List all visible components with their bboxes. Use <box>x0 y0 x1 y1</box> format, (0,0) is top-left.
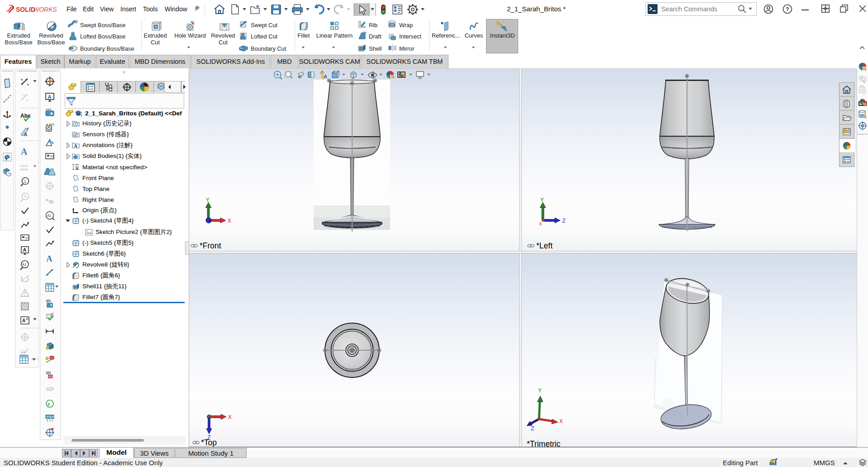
svg-text:?: ? <box>786 6 789 13</box>
svg-text:*Left: *Left <box>536 241 553 250</box>
svg-text:e: e <box>48 401 50 407</box>
svg-text:03: 03 <box>25 236 29 239</box>
svg-text:STEP: STEP <box>46 415 54 419</box>
svg-text:Z: Z <box>531 425 534 432</box>
svg-text:Y: Y <box>206 197 210 204</box>
svg-text:A1: A1 <box>47 214 52 218</box>
svg-text:A: A <box>48 94 52 100</box>
svg-text:X: X <box>228 414 232 421</box>
svg-text:3D: 3D <box>46 299 51 303</box>
svg-text:A: A <box>21 147 28 157</box>
svg-text:A: A <box>324 74 327 79</box>
svg-text:PDF: PDF <box>48 375 54 378</box>
svg-text:A: A <box>23 247 27 253</box>
svg-text:A: A <box>22 318 25 323</box>
svg-text:1: 1 <box>24 179 26 184</box>
svg-text:CD: CD <box>390 24 394 26</box>
svg-text:3D: 3D <box>46 371 51 375</box>
svg-text:X: X <box>539 221 542 227</box>
svg-text:A: A <box>46 254 52 263</box>
svg-text:*Front: *Front <box>200 241 221 250</box>
svg-text:WORKS: WORKS <box>33 6 57 13</box>
svg-text:Z: Z <box>206 218 210 224</box>
svg-text:Z: Z <box>562 218 566 224</box>
svg-text:*Trimetric: *Trimetric <box>527 439 560 447</box>
svg-text:X: X <box>559 418 563 425</box>
svg-text:AAA: AAA <box>20 167 28 172</box>
svg-text:A: A <box>24 132 27 137</box>
svg-text:X: X <box>228 218 231 224</box>
svg-text:Y: Y <box>540 197 544 204</box>
svg-text:03: 03 <box>50 155 54 158</box>
svg-text:Y: Y <box>538 387 542 394</box>
svg-text:Z: Z <box>207 434 211 441</box>
svg-text:A: A <box>74 143 78 148</box>
svg-text:!: ! <box>771 459 772 462</box>
svg-text:SOLID: SOLID <box>16 6 35 13</box>
svg-text:A1: A1 <box>22 262 27 267</box>
